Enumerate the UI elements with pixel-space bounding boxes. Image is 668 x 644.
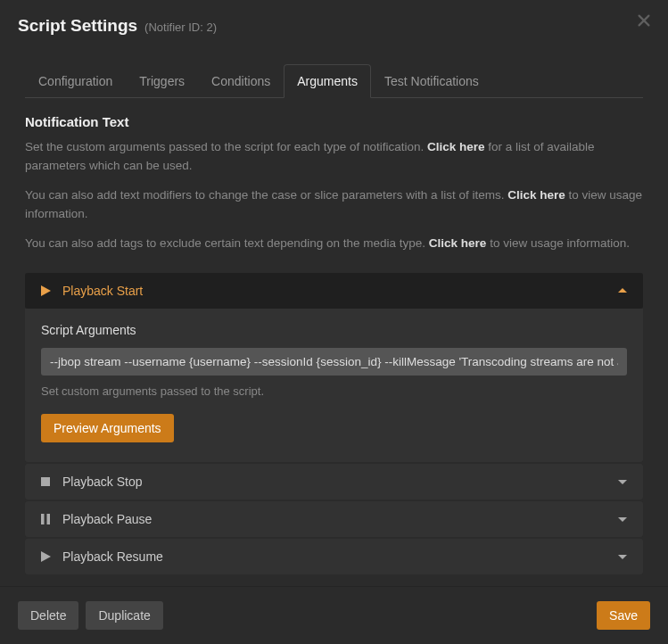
accordion-item-playback-resume: Playback Resume (25, 539, 643, 574)
tab-configuration[interactable]: Configuration (25, 64, 126, 98)
accordion-item-playback-start: Playback Start Script Arguments Set cust… (25, 273, 643, 462)
script-arguments-help: Set custom arguments passed to the scrip… (41, 384, 627, 398)
triggers-accordion: Playback Start Script Arguments Set cust… (25, 273, 643, 574)
svg-rect-1 (41, 514, 45, 524)
notifier-id: (Notifier ID: 2) (144, 21, 217, 34)
modal-title: Script Settings (18, 16, 137, 36)
accordion-header-playback-start[interactable]: Playback Start (25, 273, 643, 309)
tab-conditions[interactable]: Conditions (198, 64, 284, 98)
pause-icon (39, 513, 52, 525)
svg-rect-2 (47, 514, 51, 524)
spacer (170, 601, 590, 630)
play-icon (39, 550, 52, 563)
section-title: Notification Text (25, 114, 643, 129)
chevron-down-icon (616, 513, 629, 525)
help-paragraph-parameters: Set the custom arguments passed to the s… (25, 138, 643, 176)
help-text: to view usage information. (486, 236, 630, 250)
accordion-title: Playback Start (62, 284, 616, 298)
delete-button[interactable]: Delete (18, 601, 78, 630)
script-settings-modal: Script Settings (Notifier ID: 2) Configu… (0, 0, 668, 644)
accordion-item-playback-stop: Playback Stop (25, 464, 643, 500)
accordion-header-playback-stop[interactable]: Playback Stop (25, 464, 643, 500)
parameters-link[interactable]: Click here (427, 140, 485, 153)
svg-rect-0 (41, 477, 50, 486)
play-icon (39, 285, 52, 297)
script-arguments-input[interactable] (41, 348, 627, 376)
modal-body: Configuration Triggers Conditions Argume… (0, 48, 668, 586)
modal-footer: Delete Duplicate Save (0, 586, 668, 644)
accordion-title: Playback Resume (62, 549, 616, 564)
help-text: You can also add tags to exclude certain… (25, 236, 429, 250)
duplicate-button[interactable]: Duplicate (86, 601, 162, 630)
help-text: You can also add text modifiers to chang… (25, 188, 507, 202)
script-arguments-label: Script Arguments (41, 323, 627, 337)
help-paragraph-modifiers: You can also add text modifiers to chang… (25, 186, 643, 224)
stop-icon (39, 475, 52, 488)
tab-arguments[interactable]: Arguments (284, 64, 371, 98)
modal-header: Script Settings (Notifier ID: 2) (0, 0, 668, 48)
chevron-up-icon (616, 285, 629, 297)
save-button[interactable]: Save (597, 601, 650, 630)
tab-triggers[interactable]: Triggers (126, 64, 198, 98)
accordion-header-playback-pause[interactable]: Playback Pause (25, 501, 643, 537)
preview-arguments-button[interactable]: Preview Arguments (41, 414, 174, 442)
tags-link[interactable]: Click here (429, 236, 487, 250)
accordion-title: Playback Stop (62, 475, 616, 489)
modifiers-link[interactable]: Click here (507, 188, 565, 202)
accordion-header-playback-resume[interactable]: Playback Resume (25, 539, 643, 574)
help-paragraph-tags: You can also add tags to exclude certain… (25, 235, 643, 253)
tab-test-notifications[interactable]: Test Notifications (371, 64, 492, 98)
close-icon[interactable] (636, 12, 652, 29)
chevron-down-icon (616, 475, 629, 488)
accordion-body-playback-start: Script Arguments Set custom arguments pa… (25, 309, 643, 462)
accordion-title: Playback Pause (62, 512, 616, 526)
chevron-down-icon (616, 550, 629, 563)
accordion-item-playback-pause: Playback Pause (25, 501, 643, 537)
tabs: Configuration Triggers Conditions Argume… (25, 64, 643, 98)
help-text: Set the custom arguments passed to the s… (25, 140, 427, 153)
